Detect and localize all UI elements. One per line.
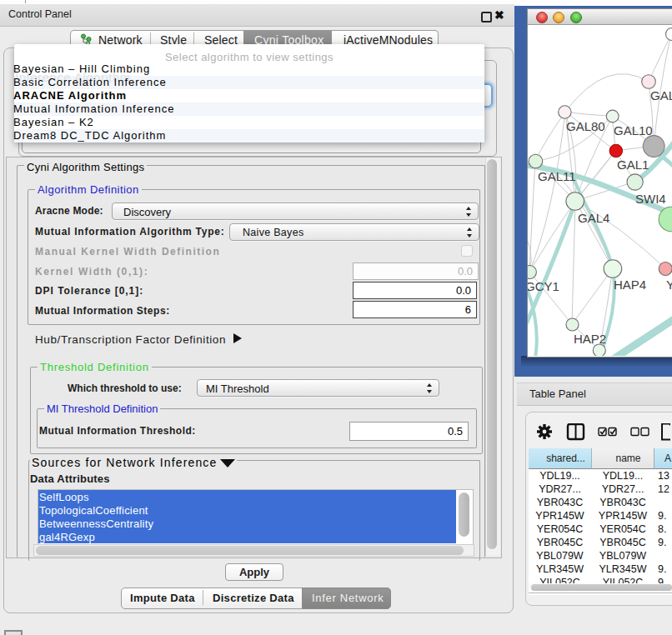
svg-text:GAL80: GAL80: [566, 119, 605, 133]
svg-text:Y: Y: [666, 278, 672, 292]
svg-text:HAP2: HAP2: [574, 332, 606, 346]
svg-text:GAL1: GAL1: [617, 158, 649, 172]
svg-text:GCY1: GCY1: [528, 279, 559, 293]
svg-text:GAL10: GAL10: [614, 123, 653, 138]
svg-text:SWI4: SWI4: [635, 192, 666, 206]
svg-text:GAL11: GAL11: [538, 169, 576, 183]
svg-text:HAP4: HAP4: [614, 278, 646, 292]
svg-text:GAL4: GAL4: [578, 211, 609, 225]
svg-text:GAL: GAL: [650, 88, 672, 102]
